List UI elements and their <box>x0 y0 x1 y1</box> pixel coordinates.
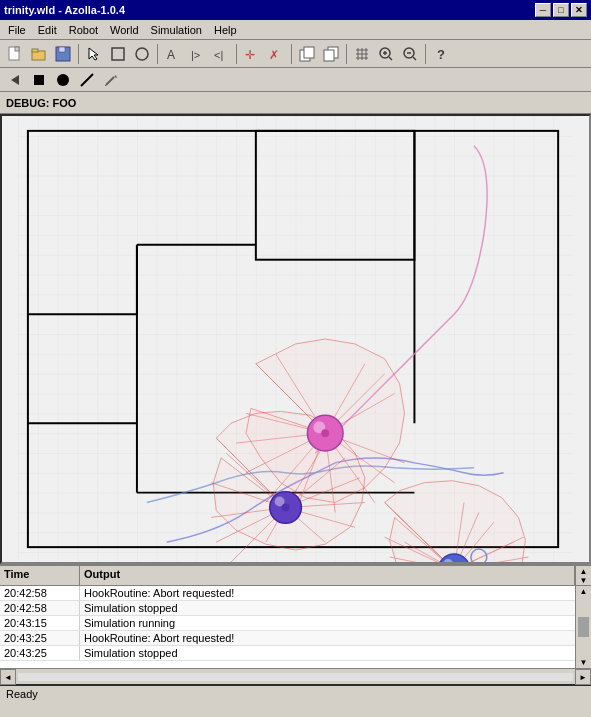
log-area: Time Output ▲ ▼ 20:42:58 HookRoutine: Ab… <box>0 564 591 684</box>
log-output-1: Simulation stopped <box>80 601 575 615</box>
log-container: 20:42:58 HookRoutine: Abort requested! 2… <box>0 586 591 668</box>
scrollbar-down[interactable]: ▼ <box>577 576 590 585</box>
log-time-1: 20:42:58 <box>0 601 80 615</box>
svg-text:✗: ✗ <box>269 48 279 62</box>
log-time-0: 20:42:58 <box>0 586 80 600</box>
svg-line-25 <box>389 57 392 60</box>
menu-simulation[interactable]: Simulation <box>145 22 208 38</box>
maximize-button[interactable]: □ <box>553 3 569 17</box>
svg-point-34 <box>57 74 69 86</box>
window-controls: ─ □ ✕ <box>535 3 587 17</box>
hscroll-left[interactable]: ◄ <box>0 669 16 685</box>
separator-4 <box>291 44 292 64</box>
minimize-button[interactable]: ─ <box>535 3 551 17</box>
secondary-toolbar <box>0 68 591 92</box>
log-time-2: 20:43:15 <box>0 616 80 630</box>
log-scrollbar: ▲ ▼ <box>575 586 591 668</box>
simulation-svg <box>2 116 589 562</box>
log-scroll-up[interactable]: ▲ <box>577 587 590 596</box>
log-output-4: Simulation stopped <box>80 646 575 660</box>
log-time-3: 20:43:25 <box>0 631 80 645</box>
pencil-tool[interactable] <box>100 69 122 91</box>
svg-rect-15 <box>304 47 314 58</box>
log-time-4: 20:43:25 <box>0 646 80 660</box>
menu-edit[interactable]: Edit <box>32 22 63 38</box>
title-bar: trinity.wld - Azolla-1.0.4 ─ □ ✕ <box>0 0 591 20</box>
left-arrow[interactable] <box>4 69 26 91</box>
svg-marker-6 <box>89 48 98 60</box>
line-tool[interactable] <box>76 69 98 91</box>
separator-1 <box>78 44 79 64</box>
close-button[interactable]: ✕ <box>571 3 587 17</box>
log-row: 20:43:25 HookRoutine: Abort requested! <box>0 631 575 646</box>
svg-text:✛: ✛ <box>245 48 255 62</box>
menu-bar: File Edit Robot World Simulation Help <box>0 20 591 40</box>
new-button[interactable] <box>4 43 26 65</box>
tool-c[interactable]: <| <box>210 43 232 65</box>
separator-2 <box>157 44 158 64</box>
hscroll-track[interactable] <box>18 673 573 681</box>
log-hscrollbar[interactable]: ◄ ► <box>0 668 591 684</box>
svg-rect-7 <box>112 48 124 60</box>
separator-5 <box>346 44 347 64</box>
log-header: Time Output ▲ ▼ <box>0 566 591 586</box>
scrollbar-up[interactable]: ▲ <box>577 567 590 576</box>
status-bar: Ready <box>0 684 591 702</box>
svg-marker-32 <box>11 75 19 85</box>
save-button[interactable] <box>52 43 74 65</box>
svg-text:?: ? <box>437 47 445 62</box>
zoom-in-button[interactable] <box>375 43 397 65</box>
svg-line-35 <box>81 74 93 86</box>
log-row: 20:43:15 Simulation running <box>0 616 575 631</box>
log-scroll[interactable]: 20:42:58 HookRoutine: Abort requested! 2… <box>0 586 575 668</box>
svg-line-29 <box>413 57 416 60</box>
svg-rect-1 <box>15 47 19 51</box>
main-toolbar: A |> <| ✛ ✗ ? <box>0 40 591 68</box>
svg-rect-3 <box>32 49 38 52</box>
svg-rect-17 <box>324 50 334 61</box>
copy-button[interactable] <box>296 43 318 65</box>
log-row: 20:42:58 HookRoutine: Abort requested! <box>0 586 575 601</box>
paste-button[interactable] <box>320 43 342 65</box>
menu-file[interactable]: File <box>2 22 32 38</box>
zoom-out-button[interactable] <box>399 43 421 65</box>
log-output-header: Output <box>80 566 575 585</box>
log-output-2: Simulation running <box>80 616 575 630</box>
window-title: trinity.wld - Azolla-1.0.4 <box>4 4 125 16</box>
square-tool[interactable] <box>28 69 50 91</box>
menu-world[interactable]: World <box>104 22 145 38</box>
svg-rect-33 <box>34 75 44 85</box>
tool-a[interactable]: A <box>162 43 184 65</box>
log-output-3: HookRoutine: Abort requested! <box>80 631 575 645</box>
grid-button[interactable] <box>351 43 373 65</box>
draw-button[interactable] <box>107 43 129 65</box>
hscroll-right[interactable]: ► <box>575 669 591 685</box>
svg-text:A: A <box>167 48 175 62</box>
svg-text:<|: <| <box>214 49 223 61</box>
separator-6 <box>425 44 426 64</box>
help-button[interactable]: ? <box>430 43 452 65</box>
status-label: Ready <box>6 688 38 700</box>
simulation-canvas-area[interactable] <box>0 114 591 564</box>
log-scroll-down[interactable]: ▼ <box>577 658 590 667</box>
log-scroll-thumb[interactable] <box>578 617 589 637</box>
open-button[interactable] <box>28 43 50 65</box>
select-button[interactable] <box>83 43 105 65</box>
svg-rect-5 <box>59 47 65 52</box>
log-output-0: HookRoutine: Abort requested! <box>80 586 575 600</box>
tool-b[interactable]: |> <box>186 43 208 65</box>
circle-button[interactable] <box>131 43 153 65</box>
svg-point-97 <box>282 504 290 512</box>
menu-help[interactable]: Help <box>208 22 243 38</box>
cross-remove[interactable]: ✗ <box>265 43 287 65</box>
svg-line-36 <box>106 77 114 85</box>
svg-text:|>: |> <box>191 49 200 61</box>
log-time-header: Time <box>0 566 80 585</box>
menu-robot[interactable]: Robot <box>63 22 104 38</box>
debug-bar: DEBUG: FOO <box>0 92 591 114</box>
cross-add[interactable]: ✛ <box>241 43 263 65</box>
circle-tool[interactable] <box>52 69 74 91</box>
log-row: 20:42:58 Simulation stopped <box>0 601 575 616</box>
svg-point-8 <box>136 48 148 60</box>
separator-3 <box>236 44 237 64</box>
